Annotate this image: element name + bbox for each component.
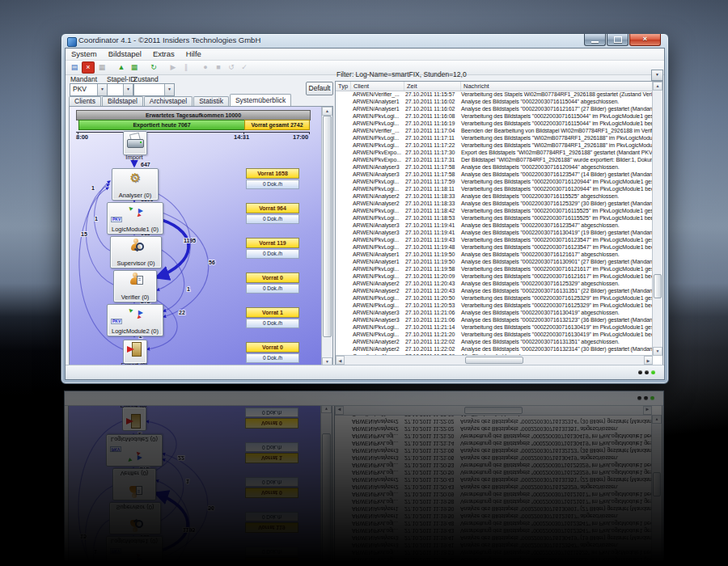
- log-cell-zeit: 27.10.2011 11:20:53: [403, 302, 459, 309]
- log-row[interactable]: ARWEN/PkvExpo...27.10.2011 11:17:31Der B…: [336, 156, 653, 163]
- titlebar[interactable]: Coordinator 4.1 - ©2011 Insiders Technol…: [61, 34, 668, 48]
- node-logicmodule2-0[interactable]: ▲▶▼PKVLogicModule2 (0): [107, 304, 163, 336]
- scrollbar-thumb[interactable]: [323, 116, 332, 337]
- log-row[interactable]: ARWEN/PkvLogi...27.10.2011 11:17:11Verar…: [336, 134, 653, 142]
- log-row[interactable]: ARWEN/Analyser327.10.2011 11:19:41Analys…: [336, 229, 653, 236]
- column-header-zeit[interactable]: Zeit: [404, 82, 461, 91]
- log-cell-nachricht: Analyse des Bildstapels "000220030716125…: [459, 200, 653, 207]
- open-batch-icon[interactable]: ▤: [69, 62, 80, 73]
- close-button[interactable]: ×: [629, 34, 661, 46]
- menu-item-bildstapel[interactable]: Bildstapel: [103, 49, 147, 60]
- log-row[interactable]: ARWEN/Analyser327.10.2011 11:21:06Analys…: [336, 316, 653, 323]
- chevron-down-icon[interactable]: ▼: [123, 84, 133, 95]
- scroll-right-icon[interactable]: ▶: [644, 356, 653, 365]
- node-supervisor-0[interactable]: Supervisor (0): [110, 236, 162, 268]
- log-cell-zeit: 27.10.2011 11:16:02: [403, 98, 459, 105]
- column-header-typ[interactable]: Typ: [336, 82, 351, 91]
- tab-statistik[interactable]: Statistik: [193, 96, 229, 106]
- tab-system-berblick[interactable]: Systemüberblick: [230, 94, 291, 106]
- log-row[interactable]: ARWEN/Analyser227.10.2011 11:18:33Analys…: [336, 200, 653, 207]
- log-row[interactable]: ARWEN/PkvLogi...27.10.2011 11:16:08Verar…: [336, 112, 653, 120]
- scroll-up-icon[interactable]: ▲: [653, 82, 662, 91]
- tab-bildstapel[interactable]: Bildstapel: [102, 96, 143, 106]
- menu-item-extras[interactable]: Extras: [147, 49, 180, 60]
- log-row[interactable]: ARWEN/PkvExpo...27.10.2011 11:17:30Expor…: [336, 149, 653, 156]
- log-row[interactable]: ARWEN/Analyser127.10.2011 11:16:02Analys…: [336, 105, 653, 112]
- node-label: Import: [110, 154, 159, 161]
- svg-text:56: 56: [208, 505, 214, 511]
- log-row[interactable]: ARWEN/Analyser127.10.2011 11:19:50Analys…: [336, 251, 653, 258]
- node-export-0[interactable]: [123, 340, 147, 364]
- log-horizontal-scrollbar[interactable]: ◀ ▶: [336, 355, 653, 365]
- delete-batch-icon[interactable]: ×: [82, 61, 95, 74]
- log-cell-nachricht: Verarbeitung des Bildstapels "0002200307…: [459, 272, 653, 280]
- menu-item-system[interactable]: System: [66, 49, 103, 60]
- column-header-client[interactable]: Client: [351, 82, 404, 91]
- scroll-left-icon[interactable]: ◀: [336, 356, 345, 365]
- log-filter-dropdown[interactable]: ▼: [651, 70, 663, 81]
- log-row[interactable]: ARWEN/Analyser227.10.2011 11:18:33Analys…: [336, 192, 653, 200]
- log-row[interactable]: ARWEN/PkvLogi...27.10.2011 11:20:09Verar…: [336, 272, 653, 280]
- log-row[interactable]: ARWEN/Analyser227.10.2011 11:20:43Analys…: [336, 280, 653, 287]
- node-verifier-0[interactable]: Verifier (0): [113, 270, 157, 302]
- log-cell-zeit: 27.10.2011 11:17:58: [403, 171, 459, 178]
- export-batch-icon[interactable]: ▦: [129, 62, 140, 73]
- log-cell-typ: [336, 127, 350, 134]
- chevron-down-icon[interactable]: ▼: [97, 84, 107, 95]
- log-cell-typ: [336, 265, 350, 272]
- scroll-down-icon[interactable]: ▼: [653, 347, 662, 356]
- minimize-button[interactable]: [584, 34, 606, 46]
- menu-item-hilfe[interactable]: Hilfe: [180, 49, 207, 60]
- log-row[interactable]: ARWEN/PkvLogi...27.10.2011 11:18:42Verar…: [336, 207, 653, 214]
- refresh-icon[interactable]: ↻: [148, 62, 159, 73]
- maximize-button[interactable]: [607, 34, 629, 46]
- scrollbar-thumb[interactable]: [654, 274, 662, 298]
- default-button[interactable]: Default: [306, 82, 333, 95]
- import-batch-icon[interactable]: ▲: [116, 62, 127, 73]
- log-row[interactable]: ARWEN/Verifier_...27.10.2011 11:15:57Ver…: [336, 91, 653, 98]
- log-cell-client: ARWEN/PkvLogi...: [350, 265, 403, 272]
- scroll-up-icon[interactable]: ▲: [322, 107, 332, 116]
- log-row[interactable]: ARWEN/PkvLogi...27.10.2011 11:20:53Verar…: [336, 302, 653, 309]
- log-cell-nachricht: Verarbeitung des Bildstapels "0002200307…: [459, 120, 653, 127]
- scrollbar-thumb[interactable]: [465, 357, 523, 364]
- log-cell-client: ARWEN/PkvLogi...: [350, 185, 403, 192]
- log-row[interactable]: ARWEN/Analyser227.10.2011 11:22:02Analys…: [336, 338, 653, 345]
- stock-label: Vorrat 1658: [246, 168, 299, 179]
- log-row[interactable]: ARWEN/PkvLogi...27.10.2011 11:16:19Verar…: [336, 120, 653, 127]
- log-cell-typ: [336, 229, 350, 236]
- log-row[interactable]: ARWEN/Analyser227.10.2011 11:22:02Analys…: [336, 345, 653, 353]
- log-cell-typ: [336, 331, 350, 338]
- log-row[interactable]: ARWEN/PkvLogi...27.10.2011 11:17:59Verar…: [336, 178, 653, 185]
- chevron-down-icon[interactable]: ▼: [164, 84, 174, 95]
- node-import[interactable]: [123, 131, 147, 155]
- log-row[interactable]: ARWEN/Analyser127.10.2011 11:19:50Analys…: [336, 258, 653, 265]
- log-row[interactable]: ARWEN/PkvLogi...27.10.2011 11:18:53Verar…: [336, 214, 653, 222]
- log-row[interactable]: ARWEN/PkvLogi...27.10.2011 11:17:22Verar…: [336, 142, 653, 149]
- log-row[interactable]: ARWEN/PkvLogi...27.10.2011 11:19:58Verar…: [336, 265, 653, 272]
- log-cell-zeit: 27.10.2011 11:18:33: [403, 200, 459, 207]
- log-row[interactable]: ARWEN/Analyser227.10.2011 11:20:43Analys…: [336, 287, 653, 294]
- node-analyser-0[interactable]: ⚙Analyser (0): [112, 168, 159, 201]
- tab-clients[interactable]: Clients: [69, 96, 101, 106]
- log-row[interactable]: ARWEN/PkvLogi...27.10.2011 11:18:11Verar…: [336, 185, 653, 192]
- log-row[interactable]: ARWEN/Analyser327.10.2011 11:17:58Analys…: [336, 171, 653, 178]
- log-row[interactable]: ARWEN/Analyser327.10.2011 11:21:06Analys…: [336, 309, 653, 316]
- diagram-vertical-scrollbar[interactable]: ▲ ▼: [321, 107, 332, 366]
- node-logicmodule1-0[interactable]: ▲▶▼PKVLogicModule1 (0): [107, 202, 163, 234]
- log-row[interactable]: ARWEN/Verifier_...27.10.2011 11:17:04Bee…: [336, 127, 653, 134]
- log-row[interactable]: ARWEN/PkvLogi...27.10.2011 11:19:48Verar…: [336, 243, 653, 251]
- log-vertical-scrollbar[interactable]: ▲ ▼: [652, 82, 662, 356]
- log-row[interactable]: ARWEN/PkvLogi...27.10.2011 11:19:43Verar…: [336, 236, 653, 243]
- log-row[interactable]: ARWEN/Analyser327.10.2011 11:17:58Analys…: [336, 163, 653, 171]
- log-row[interactable]: ARWEN/PkvLogi...27.10.2011 11:21:14Verar…: [336, 323, 653, 331]
- log-row[interactable]: ARWEN/Analyser327.10.2011 11:19:41Analys…: [336, 222, 653, 229]
- log-cell-nachricht: Analyse des Bildstapels "000220030716132…: [459, 316, 653, 323]
- svg-text:56: 56: [209, 260, 215, 265]
- log-row[interactable]: ARWEN/Analyser127.10.2011 11:16:02Analys…: [336, 98, 653, 105]
- log-row[interactable]: ARWEN/PkvLogi...27.10.2011 11:21:20Verar…: [336, 331, 653, 338]
- tab-archivstapel[interactable]: Archivstapel: [144, 96, 193, 106]
- log-row[interactable]: ARWEN/PkvLogi...27.10.2011 11:20:50Verar…: [336, 294, 653, 302]
- column-header-nachricht[interactable]: Nachricht: [461, 82, 653, 91]
- status-bar: [66, 365, 664, 379]
